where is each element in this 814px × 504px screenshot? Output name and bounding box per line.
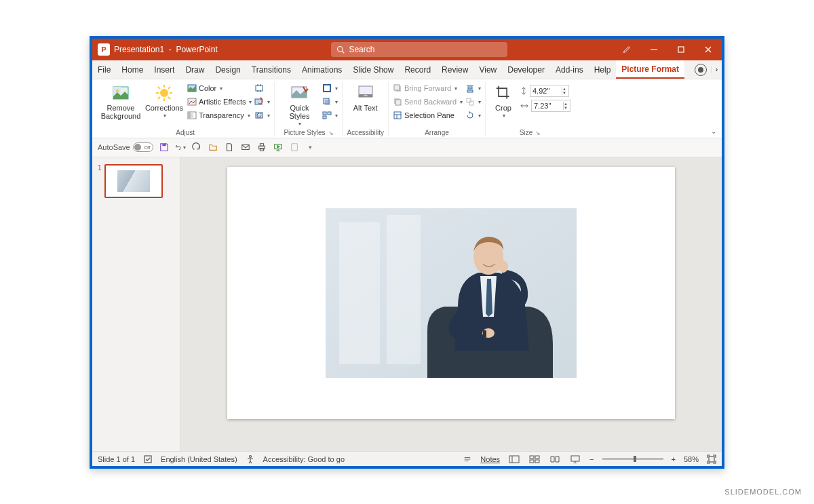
transparency-button[interactable]: Transparency▾ <box>187 109 252 121</box>
tab-file[interactable]: File <box>92 60 116 79</box>
slideshow-view-button[interactable] <box>569 454 581 464</box>
svg-text:abc: abc <box>363 94 367 97</box>
ribbon: Remove Background Corrections ▾ Color▾ <box>92 79 722 138</box>
tab-slideshow[interactable]: Slide Show <box>347 60 399 79</box>
slideshow-from-beginning-button[interactable] <box>273 142 284 153</box>
effects-icon <box>322 97 332 106</box>
picture-layout-button[interactable]: ▾ <box>322 109 338 121</box>
zoom-slider[interactable] <box>602 458 663 460</box>
tab-home[interactable]: Home <box>116 60 149 79</box>
compress-icon <box>254 83 264 93</box>
camera-record-button[interactable] <box>695 64 707 76</box>
tab-record[interactable]: Record <box>399 60 436 79</box>
transparency-label: Transparency <box>199 111 244 119</box>
autosave-toggle[interactable]: AutoSave Off <box>98 142 153 152</box>
tab-help[interactable]: Help <box>589 60 617 79</box>
email-button[interactable] <box>240 142 251 153</box>
quick-styles-label: Quick Styles <box>279 104 319 120</box>
quick-access-toolbar: AutoSave Off ▾ ▾ <box>92 138 722 157</box>
group-label-arrange: Arrange <box>425 129 449 136</box>
transparency-icon <box>187 111 197 120</box>
collapse-ribbon-button[interactable]: ⌄ <box>711 128 716 135</box>
thumbnail-panel[interactable]: 1 <box>92 157 180 451</box>
color-button[interactable]: Color▾ <box>187 82 252 94</box>
layout-icon <box>322 111 332 120</box>
close-button[interactable] <box>695 39 722 60</box>
tab-view[interactable]: View <box>473 60 502 79</box>
accessibility-status[interactable]: Accessibility: Good to go <box>263 455 345 463</box>
picture-border-button[interactable]: ▾ <box>322 82 338 94</box>
tab-review[interactable]: Review <box>436 60 473 79</box>
open-button[interactable] <box>208 142 218 153</box>
quick-styles-button[interactable]: Quick Styles ▾ <box>279 82 319 128</box>
tab-developer[interactable]: Developer <box>502 60 550 79</box>
group-label-accessibility: Accessibility <box>347 129 383 136</box>
touch-mode-button[interactable] <box>289 142 300 153</box>
zoom-percent[interactable]: 58% <box>684 455 699 463</box>
tab-design[interactable]: Design <box>210 60 246 79</box>
picstyles-launcher-icon[interactable]: ↘ <box>328 130 334 136</box>
tab-insert[interactable]: Insert <box>149 60 180 79</box>
width-input[interactable]: 7.23"▲▼ <box>531 100 570 112</box>
qat-customize-button[interactable]: ▾ <box>305 142 316 153</box>
compress-pictures-button[interactable] <box>254 82 270 94</box>
slide-counter[interactable]: Slide 1 of 1 <box>98 455 135 463</box>
slide-thumbnail-1[interactable] <box>104 164 163 198</box>
reset-picture-button[interactable]: ▾ <box>254 109 270 121</box>
crop-button[interactable]: Crop▾ <box>490 82 517 119</box>
redo-button[interactable] <box>191 142 202 153</box>
remove-background-button[interactable]: Remove Background <box>100 82 141 120</box>
group-label-adjust: Adjust <box>176 129 195 136</box>
tabs-overflow-button[interactable]: › <box>711 66 722 73</box>
reading-view-button[interactable] <box>549 454 561 464</box>
language-status[interactable]: English (United States) <box>161 455 237 463</box>
svg-rect-29 <box>325 100 330 105</box>
svg-rect-27 <box>324 85 330 92</box>
ribbon-group-adjust: Remove Background Corrections ▾ Color▾ <box>96 82 275 136</box>
minimize-button[interactable] <box>640 39 667 60</box>
corrections-button[interactable]: Corrections ▾ <box>144 82 185 119</box>
tab-animations[interactable]: Animations <box>296 60 347 79</box>
undo-button[interactable]: ▾ <box>175 142 186 153</box>
artistic-effects-button[interactable]: Artistic Effects▾ <box>187 96 252 108</box>
toggle-off-icon: Off <box>133 142 153 152</box>
selection-pane-button[interactable]: Selection Pane <box>393 109 463 121</box>
tab-picture-format[interactable]: Picture Format <box>616 60 684 79</box>
quick-print-button[interactable] <box>256 142 267 153</box>
rotate-button[interactable]: ▾ <box>465 109 481 121</box>
remove-background-icon <box>111 83 130 102</box>
search-box[interactable]: Search <box>331 42 507 57</box>
slide-sorter-button[interactable] <box>528 454 541 464</box>
fit-to-window-button[interactable] <box>707 454 716 464</box>
coming-soon-button[interactable] <box>613 39 640 60</box>
save-button[interactable] <box>159 142 170 153</box>
notes-button[interactable]: Notes <box>480 455 500 463</box>
tab-draw[interactable]: Draw <box>180 60 210 79</box>
chevron-down-icon: ▾ <box>163 113 166 119</box>
alt-text-button[interactable]: abc Alt Text <box>349 82 382 112</box>
group-button[interactable]: ▾ <box>465 96 481 108</box>
send-backward-button[interactable]: Send Backward▾ <box>393 96 463 108</box>
change-picture-icon <box>254 97 264 106</box>
normal-view-button[interactable] <box>508 454 520 464</box>
change-picture-button[interactable]: ▾ <box>254 96 270 108</box>
slide[interactable] <box>227 167 675 419</box>
spellcheck-icon[interactable] <box>143 454 153 464</box>
tab-transitions[interactable]: Transitions <box>246 60 296 79</box>
ribbon-group-accessibility: abc Alt Text Accessibility <box>343 82 388 136</box>
bring-forward-label: Bring Forward <box>404 84 451 92</box>
zoom-out-button[interactable]: − <box>589 455 594 463</box>
svg-rect-31 <box>328 112 331 115</box>
picture-effects-button[interactable]: ▾ <box>322 96 338 108</box>
slide-canvas-area[interactable] <box>180 157 722 451</box>
zoom-in-button[interactable]: + <box>672 455 676 463</box>
maximize-button[interactable] <box>667 39 695 60</box>
tab-addins[interactable]: Add-ins <box>550 60 589 79</box>
thumbnail-image <box>117 170 150 192</box>
size-launcher-icon[interactable]: ↘ <box>535 130 541 136</box>
height-input[interactable]: 4.92"▲▼ <box>530 85 569 97</box>
new-button[interactable] <box>224 142 235 153</box>
inserted-picture[interactable] <box>326 208 577 378</box>
bring-forward-button[interactable]: Bring Forward▾ <box>393 82 463 94</box>
align-button[interactable]: ▾ <box>465 82 481 94</box>
